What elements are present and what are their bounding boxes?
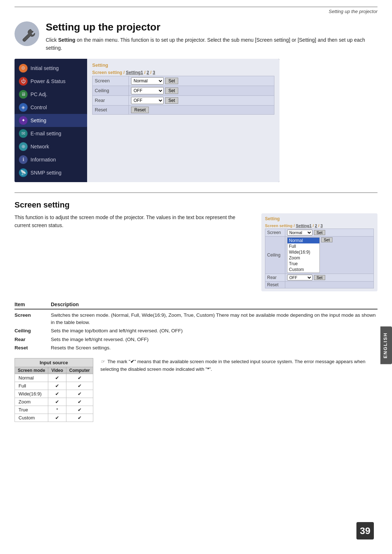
sidebar-item-label: Setting [30,118,46,123]
col-item: Item [15,301,51,307]
mode-true-computer: ✔ [66,406,93,414]
screen-dropdown-list[interactable]: Normal Full Wide(16:9) Zoom True Custom [287,237,320,273]
mode-custom-computer: ✔ [66,414,93,422]
table-row: Screen Normal Set [265,229,374,236]
breadcrumb-setting1: Setting1 [126,70,143,75]
pc-adj-icon: 🖥 [19,90,28,99]
input-table-header-row: Input source [15,358,93,367]
sidebar-item-setting[interactable]: ✦ Setting [15,114,87,127]
rear-select-small[interactable]: OFF [287,275,313,280]
rear-set-small[interactable]: Set [314,275,325,280]
mode-zoom-computer: ✔ [66,398,93,406]
screen-set-button[interactable]: Set [165,78,178,84]
breadcrumb-1: Screen setting / Setting1 / 2 / 3 [92,70,274,75]
section-icon [15,21,39,46]
item-value-rear: OFF ON Set [129,95,274,105]
sidebar-item-pc-adj[interactable]: 🖥 PC Adj. [15,88,87,101]
screen-setting-body: This function is to adjust the screen mo… [15,213,377,291]
mode-normal-video: ✔ [48,374,66,382]
table-row: True * ✔ [15,406,93,414]
sidebar-item-information[interactable]: ℹ Information [15,153,87,166]
breadcrumb-3: 3 [153,70,155,75]
breadcrumb-screen: Screen setting [265,223,293,228]
item-value-screen: Normal Full Wide(16:9) Zoom True Custom … [129,76,274,86]
mode-custom: Custom [15,414,48,422]
table-row: Rear OFF Set [265,274,374,281]
item-value-ceiling: OFF ON Set [129,86,274,95]
table-row: Reset Reset [93,105,274,114]
email-icon: ✉ [19,129,28,138]
setting-table-2: Screen Normal Set Ceiling [265,229,374,288]
table-row: Reset [265,281,374,288]
sidebar-item-label: SNMP setting [30,170,61,176]
main-panel-1: Setting Screen setting / Setting1 / 2 / … [87,59,279,182]
screen-setting-description: This function is to adjust the screen mo… [15,213,250,230]
table-row: Custom ✔ ✔ [15,414,93,422]
screen-select[interactable]: Normal Full Wide(16:9) Zoom True Custom [131,77,164,85]
power-status-icon: ⏻ [19,77,28,86]
network-icon: ⊕ [19,142,28,151]
note-icon: ☞ [101,359,105,364]
section-title-area: Setting up the projector Click Setting o… [46,21,377,52]
ceiling-set-button[interactable]: Set [165,87,178,94]
panel-small-inner: Setting Screen setting / Setting1 / 2 / … [261,213,377,291]
setting-icon: ✦ [19,116,28,125]
sidebar-item-snmp[interactable]: 📡 SNMP setting [15,166,87,179]
desc-row-ceiling: Ceiling Sets the image top/bottom and le… [15,327,377,335]
reset-button[interactable]: Reset [131,107,149,113]
sidebar: ⚙ Initial setting ⏻ Power & Status 🖥 PC … [15,59,87,182]
input-table-subheader: Screen mode Video Computer [15,367,93,374]
dropdown-option-full[interactable]: Full [287,243,319,249]
ceiling-set-small[interactable]: Set [321,237,332,242]
section-divider [15,192,377,193]
item-value-rear-s: OFF Set [285,274,374,281]
english-tab: ENGLISH [380,327,392,364]
mode-true: True [15,406,48,414]
sidebar-item-email[interactable]: ✉ E-mail setting [15,127,87,140]
screen-set-small[interactable]: Set [314,230,325,235]
dropdown-option-wide[interactable]: Wide(16:9) [287,249,319,255]
item-ceiling-label: Ceiling [15,327,51,335]
sidebar-item-power-status[interactable]: ⏻ Power & Status [15,75,87,88]
sidebar-item-label: Power & Status [30,78,66,84]
item-label-ceiling-s: Ceiling [265,236,285,274]
breadcrumb-2: Screen setting / Setting1 / 2 / 3 [265,223,374,228]
sidebar-item-label: Information [30,157,56,163]
dropdown-option-true[interactable]: True [287,261,319,267]
rear-set-button[interactable]: Set [165,97,178,104]
col-computer: Computer [66,367,93,374]
desc-table-header: Item Description [15,301,377,309]
dropdown-option-normal[interactable]: Normal [287,238,319,243]
table-row: Ceiling OFF ON Set [93,86,274,95]
item-screen-desc: Switches the screen mode. (Normal, Full,… [51,312,377,327]
dropdown-option-zoom[interactable]: Zoom [287,255,319,261]
desc-row-rear: Rear Sets the image left/right reversed.… [15,336,377,343]
table-row: Ceiling Normal Full Wide(16:9) Zoom True [265,236,374,274]
item-label-rear-s: Rear [265,274,285,281]
screen-select-small[interactable]: Normal [287,230,313,235]
sidebar-item-control[interactable]: ◈ Control [15,101,87,114]
top-rule [15,7,377,7]
mode-wide-video: ✔ [48,390,66,398]
breadcrumb-sep3: / [150,70,153,75]
page-header-label: Setting up the projector [0,9,377,14]
projector-panel-2: Setting Screen setting / Setting1 / 2 / … [261,213,377,291]
item-value-ceiling-dropdown: Normal Full Wide(16:9) Zoom True Custom … [285,236,374,274]
table-row: Full ✔ ✔ [15,382,93,390]
sidebar-item-initial-setting[interactable]: ⚙ Initial setting [15,62,87,75]
section-screen-setting: Screen setting This function is to adjus… [15,200,377,422]
dropdown-option-custom[interactable]: Custom [287,267,319,272]
information-icon: ℹ [19,155,28,164]
ceiling-select[interactable]: OFF ON [131,87,164,94]
breadcrumb-2: 2 [147,70,149,75]
rear-select[interactable]: OFF ON [131,97,164,104]
table-row: Zoom ✔ ✔ [15,398,93,406]
mode-full: Full [15,382,48,390]
sidebar-item-network[interactable]: ⊕ Network [15,140,87,153]
item-label-screen: Screen [93,76,129,86]
table-row: Normal ✔ ✔ [15,374,93,382]
item-rear-label: Rear [15,336,51,343]
screen-setting-title: Screen setting [15,200,377,210]
mode-custom-video: ✔ [48,414,66,422]
setting-table-1: Screen Normal Full Wide(16:9) Zoom True … [92,76,274,115]
